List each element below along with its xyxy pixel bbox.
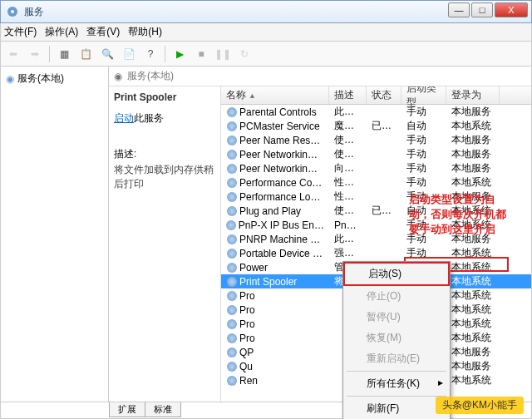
show-hide-button[interactable]: ▦ <box>55 45 73 63</box>
gear-icon <box>227 178 237 188</box>
detail-pane: Print Spooler 启动此服务 描述: 将文件加载到内存供稍后打印 <box>109 86 221 402</box>
stop-service-button: ■ <box>192 45 210 63</box>
ctx-stop: 停止(O) <box>343 286 450 307</box>
table-row[interactable]: Peer Networkin…使用…手动本地服务 <box>221 147 531 161</box>
toolbar: ⬅ ➡ ▦ 📋 🔍 📄 ? ▶ ■ ❚❚ ↻ <box>0 42 532 67</box>
start-service-button[interactable]: ▶ <box>170 45 189 63</box>
refresh-button[interactable]: 🔍 <box>98 45 116 63</box>
desc-label: 描述: <box>114 147 215 161</box>
gear-icon <box>227 192 237 202</box>
gear-icon <box>227 319 237 329</box>
ctx-restart: 重新启动(E) <box>343 348 450 369</box>
gear-icon <box>227 121 237 131</box>
maximize-button[interactable]: □ <box>471 2 493 17</box>
tab-standard[interactable]: 标准 <box>145 402 181 417</box>
table-row[interactable]: Plug and Play使计…已启动自动本地系统 <box>221 204 531 218</box>
gear-icon <box>227 333 237 343</box>
gear-icon <box>227 376 237 386</box>
breadcrumb: ◉ 服务(本地) <box>109 67 531 86</box>
gear-icon <box>227 291 237 301</box>
col-logon[interactable]: 登录为 <box>446 86 500 104</box>
gear-icon <box>227 150 237 160</box>
window-title: 服务 <box>24 5 44 19</box>
ctx-resume: 恢复(M) <box>343 328 450 348</box>
tree-root[interactable]: ◉ 服务(本地) <box>4 70 105 87</box>
back-button: ⬅ <box>4 45 22 63</box>
list-header: 名称▲ 描述 状态 启动类型 登录为 <box>221 86 531 105</box>
menu-bar: 文件(F) 操作(A) 查看(V) 帮助(H) <box>0 23 532 42</box>
menu-file[interactable]: 文件(F) <box>4 25 37 39</box>
gear-icon <box>227 305 237 315</box>
start-link-suffix: 此服务 <box>134 112 164 124</box>
tree-pane: ◉ 服务(本地) <box>1 67 109 402</box>
ctx-refresh[interactable]: 刷新(F) <box>343 398 450 419</box>
title-bar: 服务 — □ X <box>0 0 532 23</box>
forward-button: ➡ <box>26 45 44 63</box>
table-row[interactable]: Parental Controls此服…手动本地服务 <box>221 105 531 119</box>
export-button[interactable]: 📋 <box>76 45 95 63</box>
gear-icon <box>227 206 237 216</box>
table-row[interactable]: PNRP Machine …此服…手动本地服务 <box>221 232 531 246</box>
ctx-alltasks[interactable]: 所有任务(K)▸ <box>343 373 450 394</box>
col-name[interactable]: 名称▲ <box>221 86 329 104</box>
table-row[interactable]: Peer Networkin…向对…手动本地服务 <box>221 161 531 175</box>
app-icon <box>6 5 19 18</box>
gear-icon <box>227 136 237 145</box>
menu-action[interactable]: 操作(A) <box>45 25 78 39</box>
gear-icon <box>226 220 236 230</box>
properties-button[interactable]: 📄 <box>120 45 138 63</box>
gear-icon <box>227 348 237 357</box>
minimize-button[interactable]: — <box>448 2 470 17</box>
ctx-start[interactable]: 启动(S) <box>343 262 450 286</box>
ctx-pause: 暂停(U) <box>343 307 450 328</box>
col-startup[interactable]: 启动类型 <box>401 86 446 104</box>
gear-icon <box>227 277 237 287</box>
table-row[interactable]: PCMaster Service魔方…已启动自动本地系统 <box>221 119 531 133</box>
gear-icon <box>227 107 237 117</box>
tree-root-label: 服务(本地) <box>17 71 64 86</box>
chevron-right-icon: ▸ <box>438 377 443 388</box>
svg-point-1 <box>11 10 14 13</box>
col-status[interactable]: 状态 <box>367 86 401 104</box>
gear-icon <box>227 362 237 372</box>
table-row[interactable]: Portable Device …强制…手动本地系统 <box>221 246 531 260</box>
table-row[interactable]: Performance Co…性能…手动本地系统 <box>221 175 531 190</box>
start-link[interactable]: 启动 <box>114 111 134 126</box>
gear-icon <box>227 234 237 244</box>
pause-service-button: ❚❚ <box>214 45 232 63</box>
menu-view[interactable]: 查看(V) <box>86 25 120 39</box>
watermark: 头条@KM小能手 <box>436 397 524 414</box>
context-menu: 启动(S) 停止(O) 暂停(U) 恢复(M) 重新启动(E) 所有任务(K)▸… <box>342 261 451 419</box>
close-button[interactable]: X <box>495 2 528 17</box>
service-name: Print Spooler <box>114 91 215 103</box>
table-row[interactable]: PnP-X IP Bus En…PnP-…手动本地系统 <box>221 218 531 232</box>
tab-extended[interactable]: 扩展 <box>109 402 145 417</box>
help-button[interactable]: ? <box>141 45 160 63</box>
menu-help[interactable]: 帮助(H) <box>128 25 162 39</box>
breadcrumb-label: 服务(本地) <box>127 69 174 83</box>
gear-icon: ◉ <box>114 71 122 82</box>
gear-icon <box>227 263 237 273</box>
table-row[interactable]: Peer Name Res…使用…手动本地服务 <box>221 133 531 147</box>
sort-icon: ▲ <box>249 91 256 100</box>
gear-icon <box>227 164 237 174</box>
restart-service-button: ↻ <box>235 45 254 63</box>
table-row[interactable]: Performance Lo…性能…手动本地服务 <box>221 190 531 204</box>
col-desc[interactable]: 描述 <box>329 86 367 104</box>
gear-icon <box>227 249 237 259</box>
gear-icon: ◉ <box>6 73 14 85</box>
desc-text: 将文件加载到内存供稍后打印 <box>114 163 215 191</box>
